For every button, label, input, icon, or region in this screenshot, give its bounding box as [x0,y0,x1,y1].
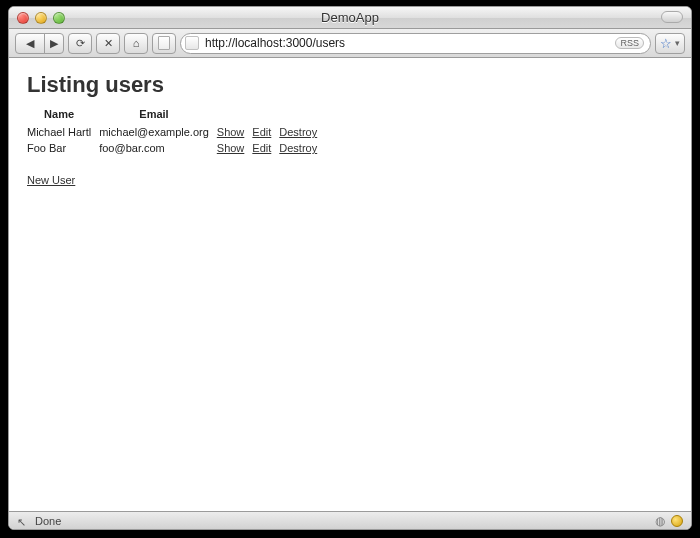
navigation-toolbar: ◀ ▶ ⟳ ✕ ⌂ RSS ☆ ▾ [9,29,691,58]
destroy-link[interactable]: Destroy [279,142,317,154]
forward-arrow-icon: ▶ [50,37,58,50]
destroy-link[interactable]: Destroy [279,126,317,138]
forward-button[interactable]: ▶ [44,33,64,54]
edit-link[interactable]: Edit [252,126,271,138]
show-link[interactable]: Show [217,126,245,138]
globe-icon: ◍ [655,514,665,528]
edit-link[interactable]: Edit [252,142,271,154]
user-name: Michael Hartl [27,124,99,140]
new-user-link[interactable]: New User [27,174,75,186]
user-email: foo@bar.com [99,140,217,156]
table-row: Foo Bar foo@bar.com Show Edit Destroy [27,140,325,156]
bug-icon[interactable] [671,515,683,527]
rss-icon[interactable]: RSS [615,37,644,49]
chevron-down-icon: ▾ [675,38,680,48]
status-bar: ↖ Done ◍ [9,511,691,529]
home-icon: ⌂ [133,37,140,49]
show-link[interactable]: Show [217,142,245,154]
close-window-button[interactable] [17,12,29,24]
bookmark-button[interactable]: ☆ ▾ [655,33,685,54]
back-button[interactable]: ◀ [15,33,45,54]
titlebar: DemoApp [9,7,691,29]
page-icon [158,36,170,50]
site-favicon-icon [185,36,199,50]
page-content: Listing users Name Email Michael Hartl m… [9,58,691,511]
table-header-row: Name Email [27,106,325,124]
reload-icon: ⟳ [76,37,85,50]
zoom-window-button[interactable] [53,12,65,24]
window-controls [9,12,65,24]
url-input[interactable] [203,35,611,51]
cursor-icon: ↖ [17,516,27,526]
users-table: Name Email Michael Hartl michael@example… [27,106,325,156]
home-button[interactable]: ⌂ [124,33,148,54]
star-icon: ☆ [660,36,672,51]
stop-button[interactable]: ✕ [96,33,120,54]
user-name: Foo Bar [27,140,99,156]
table-row: Michael Hartl michael@example.org Show E… [27,124,325,140]
toolbar-pill-button[interactable] [661,11,683,23]
status-right: ◍ [655,514,683,528]
address-bar[interactable]: RSS [180,33,651,54]
user-email: michael@example.org [99,124,217,140]
reload-button[interactable]: ⟳ [68,33,92,54]
back-arrow-icon: ◀ [26,37,34,50]
stop-icon: ✕ [104,37,113,50]
page-button[interactable] [152,33,176,54]
status-text: Done [35,515,61,527]
page-heading: Listing users [27,72,673,98]
minimize-window-button[interactable] [35,12,47,24]
col-name: Name [27,106,99,124]
browser-window: DemoApp ◀ ▶ ⟳ ✕ ⌂ RSS ☆ [8,6,692,530]
col-email: Email [99,106,217,124]
window-title: DemoApp [9,10,691,25]
back-forward-group: ◀ ▶ [15,33,64,54]
